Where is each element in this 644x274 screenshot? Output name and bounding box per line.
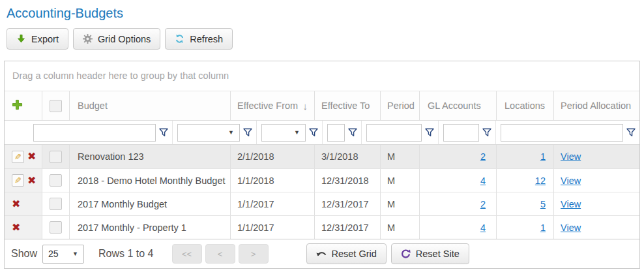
column-header-effective-from[interactable]: Effective From ↓ (231, 91, 315, 120)
effective-from-cell: 1/1/2017 (231, 216, 315, 239)
period-cell: M (381, 192, 420, 215)
effective-from-filter-combo[interactable]: ▼ (177, 124, 240, 142)
table-row[interactable]: ✖ 2017 Monthly Budget 1/1/2017 12/31/201… (5, 192, 639, 215)
page-size-select[interactable]: 25 ▼ (42, 245, 84, 264)
budget-cell: 2017 Monthly Budget (70, 192, 231, 215)
column-header-gl-accounts[interactable]: GL Accounts (420, 91, 497, 120)
view-link[interactable]: View (561, 199, 581, 209)
locations-filter-input[interactable] (444, 125, 478, 141)
view-link[interactable]: View (561, 151, 581, 162)
table-row[interactable]: ✖ 2017 Monthly - Property 1 1/1/2017 12/… (5, 215, 639, 239)
effective-from-cell: 1/1/2017 (231, 192, 315, 215)
filter-row: ▼ ▼ (5, 121, 639, 145)
column-header-period[interactable]: Period (381, 91, 420, 120)
view-link[interactable]: View (561, 175, 581, 186)
locations-link[interactable]: 1 (540, 222, 546, 233)
reset-site-button[interactable]: Reset Site (391, 243, 469, 264)
edit-icon[interactable]: ✎ (12, 151, 24, 163)
undo-arrow-icon (316, 250, 327, 258)
add-row-header-cell (5, 91, 42, 120)
page-title: Accounting-Budgets (7, 6, 123, 21)
row-actions-cell: ✎ ✖ (5, 169, 42, 192)
caret-down-icon[interactable]: ▼ (294, 129, 305, 136)
filter-funnel-icon[interactable] (243, 128, 253, 137)
download-icon (16, 34, 26, 44)
reset-grid-button[interactable]: Reset Grid (306, 243, 387, 264)
row-checkbox[interactable] (50, 198, 62, 210)
view-link[interactable]: View (561, 222, 581, 233)
effective-to-cell: 12/31/2017 (315, 192, 381, 215)
delete-icon[interactable]: ✖ (27, 175, 36, 186)
row-checkbox[interactable] (50, 151, 62, 163)
filter-funnel-icon[interactable] (482, 128, 492, 137)
select-all-checkbox[interactable] (50, 100, 62, 112)
gl-accounts-cell: 4 (420, 169, 497, 192)
period-allocation-cell: View (554, 216, 639, 239)
select-all-header-cell (42, 91, 70, 120)
locations-link[interactable]: 1 (540, 151, 546, 162)
column-header-effective-to[interactable]: Effective To (315, 91, 381, 120)
row-check-cell (42, 169, 70, 192)
filter-cell-budget (29, 121, 173, 144)
table-row[interactable]: ✎ ✖ 2018 - Demo Hotel Monthly Budget 1/1… (5, 168, 639, 192)
export-button[interactable]: Export (7, 28, 68, 50)
refresh-label: Refresh (190, 34, 223, 44)
gear-icon (83, 34, 93, 44)
delete-icon[interactable]: ✖ (12, 199, 20, 209)
filter-funnel-icon[interactable] (348, 128, 358, 137)
column-header-budget[interactable]: Budget (70, 91, 231, 120)
row-actions-cell: ✎ ✖ (5, 145, 42, 168)
period-cell: M (381, 216, 420, 239)
effective-from-filter-input[interactable] (178, 125, 228, 141)
caret-down-icon[interactable]: ▼ (228, 129, 239, 136)
delete-icon[interactable]: ✖ (12, 222, 20, 233)
add-icon[interactable] (12, 99, 23, 112)
gl-accounts-link[interactable]: 2 (480, 151, 486, 162)
pager-prev-button[interactable]: < (205, 244, 235, 264)
gl-accounts-cell: 4 (420, 216, 497, 239)
gl-accounts-link[interactable]: 4 (480, 222, 486, 233)
row-checkbox[interactable] (50, 174, 62, 187)
gl-accounts-link[interactable]: 4 (480, 175, 486, 186)
period-allocation-filter-input[interactable] (501, 125, 622, 141)
effective-to-cell: 12/31/2018 (315, 169, 381, 192)
gl-accounts-link[interactable]: 2 (480, 199, 486, 209)
filter-funnel-icon[interactable] (159, 128, 169, 137)
budget-filter-input[interactable] (34, 125, 155, 141)
effective-to-filter-input[interactable] (262, 125, 294, 141)
refresh-button[interactable]: Refresh (165, 28, 233, 50)
row-actions-cell: ✖ (5, 192, 42, 215)
locations-link[interactable]: 5 (540, 199, 546, 209)
page-size-value: 25 (48, 249, 59, 259)
effective-to-cell: 12/31/2017 (315, 216, 381, 239)
delete-icon[interactable]: ✖ (27, 151, 36, 162)
sort-desc-icon[interactable]: ↓ (303, 100, 308, 112)
row-checkbox[interactable] (50, 221, 62, 234)
group-by-panel[interactable]: Drag a column header here to group by th… (5, 61, 639, 91)
filter-cell-locations (439, 121, 496, 144)
filter-funnel-icon[interactable] (309, 128, 319, 137)
column-header-locations[interactable]: Locations (497, 91, 554, 120)
locations-link[interactable]: 12 (535, 175, 546, 186)
filter-cell-gl-accounts (362, 121, 439, 144)
filter-cell-period (323, 121, 362, 144)
budget-cell: 2017 Monthly - Property 1 (70, 216, 231, 239)
table-row[interactable]: ✎ ✖ Renovation 123 2/1/2018 3/1/2018 M 2… (5, 145, 639, 168)
locations-cell: 5 (497, 192, 554, 215)
period-filter-input[interactable] (328, 125, 344, 141)
pager-first-button[interactable]: << (172, 244, 202, 264)
refresh-c-arrow-icon (401, 249, 411, 259)
filter-actions-cell (5, 121, 18, 144)
period-allocation-cell: View (554, 145, 639, 168)
column-header-period-allocation[interactable]: Period Allocation (554, 91, 639, 120)
toolbar: Export Grid Options Refresh (7, 28, 233, 50)
pager: << < > (172, 244, 269, 264)
grid-options-button[interactable]: Grid Options (73, 28, 160, 50)
filter-funnel-icon[interactable] (626, 128, 636, 137)
filter-funnel-icon[interactable] (425, 128, 435, 137)
effective-to-filter-combo[interactable]: ▼ (261, 124, 306, 142)
edit-icon[interactable]: ✎ (12, 174, 24, 187)
pager-next-button[interactable]: > (239, 244, 269, 264)
gl-accounts-filter-input[interactable] (367, 125, 421, 141)
grid-footer: Show 25 ▼ Rows 1 to 4 << < > Reset Grid … (5, 239, 639, 268)
